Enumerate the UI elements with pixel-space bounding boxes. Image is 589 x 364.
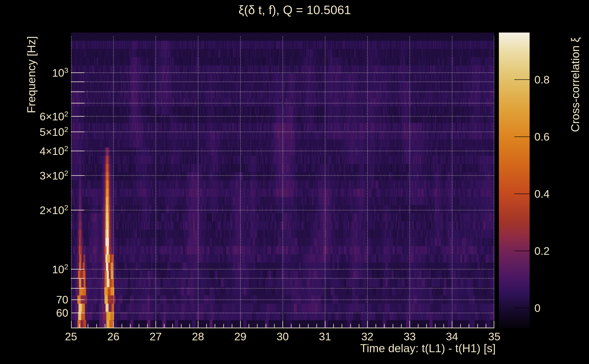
y-tick-label: 70 [56, 293, 68, 306]
colorbar-title: Cross-correlation ξ [569, 37, 582, 132]
y-tick-label: 5×102 [39, 125, 68, 138]
y-tick-label: 60 [56, 306, 68, 319]
x-tick-label: 30 [276, 330, 288, 343]
heatmap-canvas [71, 32, 494, 328]
colorbar-tick [514, 194, 530, 194]
y-tick-label: 6×102 [39, 110, 68, 123]
colorbar-tick [514, 308, 530, 308]
colorbar-tick-label: 0.4 [534, 188, 550, 200]
colorbar-tick [514, 251, 530, 251]
x-tick-label: 32 [361, 330, 373, 343]
figure: ξ(δ t, f), Q = 10.5061 Frequency [Hz] 10… [0, 0, 589, 364]
x-tick-label: 26 [107, 330, 119, 343]
colorbar [499, 32, 530, 328]
x-tick-label: 29 [234, 330, 246, 343]
colorbar-tick-label: 0.6 [534, 130, 550, 143]
x-axis-title: Time delay: t(L1) - t(H1) [s] [360, 342, 496, 355]
y-axis-title: Frequency [Hz] [25, 36, 38, 113]
colorbar-tick [514, 136, 530, 137]
y-tick-label: 2×102 [39, 204, 68, 217]
x-tick-label: 28 [192, 330, 204, 343]
y-tick-label: 4×102 [39, 144, 68, 157]
y-tick-label: 102 [52, 263, 68, 276]
x-tick-label: 33 [404, 330, 416, 343]
colorbar-tick-label: 0 [534, 302, 541, 314]
colorbar-tick-label: 0.2 [534, 245, 550, 257]
x-tick-label: 27 [150, 330, 162, 343]
x-tick-label: 31 [319, 330, 331, 343]
colorbar-tick-label: 0.8 [534, 73, 550, 86]
colorbar-tick [514, 79, 530, 80]
x-tick-label: 25 [65, 330, 77, 343]
x-tick-label: 35 [488, 330, 500, 343]
y-tick-label: 103 [52, 66, 68, 79]
figure-title: ξ(δ t, f), Q = 10.5061 [238, 3, 351, 17]
y-tick-label: 3×102 [39, 169, 68, 182]
x-tick-label: 34 [446, 330, 458, 343]
